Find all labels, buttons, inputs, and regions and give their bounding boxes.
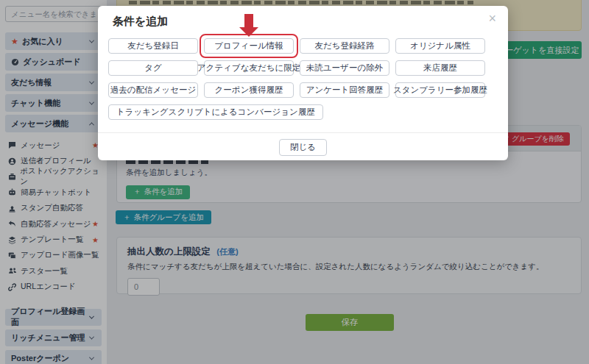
- condition-option-button[interactable]: トラッキングスクリプトによるコンバージョン履歴: [108, 104, 323, 120]
- modal-footer: 閉じる: [98, 132, 508, 160]
- condition-option-button[interactable]: 友だち登録日: [108, 38, 198, 54]
- close-icon[interactable]: ×: [488, 12, 496, 25]
- annotation-arrow-icon: [239, 14, 258, 37]
- condition-option-button[interactable]: 過去の配信メッセージ: [108, 82, 198, 98]
- condition-option-button[interactable]: プロフィール情報: [204, 38, 294, 54]
- condition-option-button[interactable]: アンケート回答履歴: [300, 82, 389, 98]
- condition-option-button[interactable]: アクティブな友だちに限定: [204, 60, 294, 76]
- add-condition-modal: 条件を追加 × 友だち登録日プロフィール情報友だち登録経路オリジナル属性タグアク…: [98, 6, 508, 160]
- condition-option-button[interactable]: クーポン獲得履歴: [204, 82, 294, 98]
- condition-option-button[interactable]: スタンプラリー参加履歴: [395, 82, 485, 98]
- condition-option-button[interactable]: 来店履歴: [395, 60, 485, 76]
- modal-close-button[interactable]: 閉じる: [279, 139, 327, 156]
- condition-option-button[interactable]: 未読ユーザーの除外: [300, 60, 389, 76]
- modal-title: 条件を追加: [113, 15, 168, 29]
- condition-buttons-grid: 友だち登録日プロフィール情報友だち登録経路オリジナル属性タグアクティブな友だちに…: [108, 38, 485, 120]
- condition-option-button[interactable]: オリジナル属性: [395, 38, 485, 54]
- condition-option-button[interactable]: 友だち登録経路: [300, 38, 389, 54]
- condition-option-button[interactable]: タグ: [108, 60, 198, 76]
